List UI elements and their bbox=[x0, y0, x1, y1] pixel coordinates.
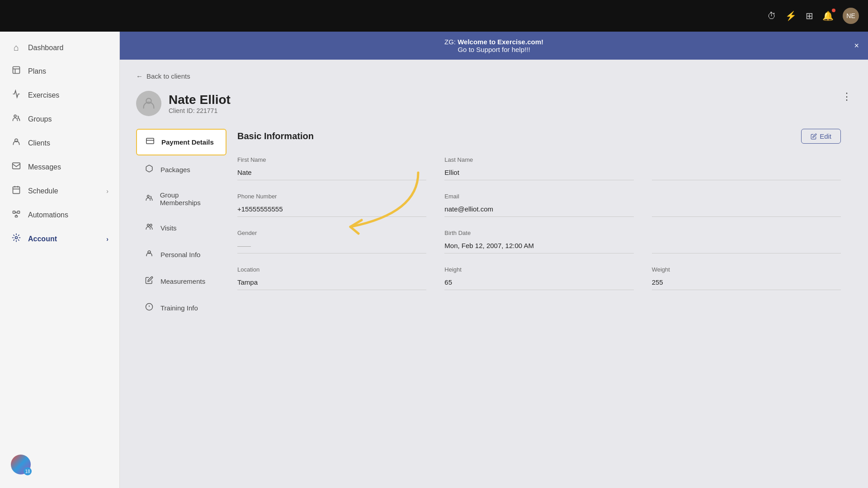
edit-button[interactable]: Edit bbox=[801, 129, 841, 144]
svg-rect-10 bbox=[13, 211, 15, 213]
empty-field-2 bbox=[652, 193, 841, 217]
nav-item-packages[interactable]: Packages bbox=[136, 157, 226, 182]
announcement-banner: ZG: Welcome to Exercise.com! Go to Suppo… bbox=[120, 32, 868, 60]
birth-date-label: Birth Date bbox=[444, 230, 633, 236]
notification-badge bbox=[832, 9, 835, 12]
edit-label: Edit bbox=[820, 132, 831, 140]
banner-secondary: Go to Support for help!!! bbox=[458, 46, 530, 53]
top-bar: ⏱ ⚡ ⊞ 🔔 NE bbox=[0, 0, 868, 32]
first-name-value: Nate bbox=[237, 166, 426, 180]
sidebar-item-plans[interactable]: Plans bbox=[0, 59, 119, 83]
last-name-label: Last Name bbox=[444, 156, 633, 163]
sidebar-item-dashboard[interactable]: ⌂ Dashboard bbox=[0, 36, 119, 59]
more-options-button[interactable]: ⋮ bbox=[842, 91, 852, 103]
right-panel: Basic Information Edit First Name Nate bbox=[226, 129, 852, 322]
schedule-chevron: › bbox=[106, 188, 108, 195]
gender-value: —— bbox=[237, 239, 426, 253]
account-chevron: › bbox=[106, 235, 108, 243]
sidebar-bottom: 18 bbox=[0, 446, 119, 483]
last-name-value: Elliot bbox=[444, 166, 633, 180]
sidebar-item-groups[interactable]: Groups bbox=[0, 107, 119, 131]
grid-icon[interactable]: ⊞ bbox=[806, 10, 813, 21]
exercises-icon bbox=[11, 89, 22, 101]
gender-label: Gender bbox=[237, 230, 426, 236]
banner-close-button[interactable]: × bbox=[854, 41, 859, 51]
client-name: Nate Elliot bbox=[169, 93, 231, 107]
clock-icon[interactable]: ⏱ bbox=[767, 11, 776, 21]
schedule-icon bbox=[11, 185, 22, 197]
svg-point-19 bbox=[147, 224, 150, 226]
weight-value: 255 bbox=[652, 276, 841, 290]
client-nav: Payment Details Packages Group Membershi… bbox=[136, 129, 226, 322]
email-value: nate@elliot.com bbox=[444, 202, 633, 217]
svg-point-3 bbox=[14, 115, 16, 117]
weight-label: Weight bbox=[652, 266, 841, 273]
phone-value: +15555555555 bbox=[237, 202, 426, 217]
two-col-layout: Payment Details Packages Group Membershi… bbox=[136, 129, 852, 322]
form-grid: First Name Nate Last Name Elliot bbox=[237, 156, 841, 290]
section-title: Basic Information bbox=[237, 131, 314, 141]
packages-icon bbox=[145, 164, 155, 175]
svg-rect-13 bbox=[15, 216, 18, 217]
svg-rect-6 bbox=[13, 187, 20, 193]
badge-count: 18 bbox=[24, 467, 32, 475]
page-content: ← Back to clients Nate Elliot Client ID:… bbox=[120, 60, 868, 488]
banner-main: Welcome to Exercise.com! bbox=[458, 38, 543, 46]
gender-field: Gender —— bbox=[237, 230, 426, 253]
svg-point-18 bbox=[147, 195, 150, 197]
height-field: Height 65 bbox=[444, 266, 633, 290]
sidebar-item-account[interactable]: Account › bbox=[0, 227, 119, 251]
svg-point-14 bbox=[15, 237, 18, 239]
home-icon: ⌂ bbox=[11, 42, 22, 53]
nav-item-training-info[interactable]: Training Info bbox=[136, 296, 226, 320]
banner-prefix: ZG: bbox=[444, 38, 456, 46]
bolt-icon[interactable]: ⚡ bbox=[785, 10, 797, 21]
first-name-label: First Name bbox=[237, 156, 426, 163]
content-area: ZG: Welcome to Exercise.com! Go to Suppo… bbox=[120, 32, 868, 488]
birth-date-field: Birth Date Mon, Feb 12, 2007, 12:00 AM bbox=[444, 230, 633, 253]
main-layout: ⌂ Dashboard Plans Exercises Groups Cli bbox=[0, 32, 868, 488]
nav-item-measurements[interactable]: Measurements bbox=[136, 269, 226, 294]
email-label: Email bbox=[444, 193, 633, 200]
groups-icon bbox=[11, 113, 22, 125]
nav-item-personal-info[interactable]: Personal Info bbox=[136, 242, 226, 267]
bell-icon[interactable]: 🔔 bbox=[822, 10, 834, 21]
training-info-icon bbox=[145, 303, 155, 313]
sidebar-item-schedule[interactable]: Schedule › bbox=[0, 179, 119, 203]
messages-icon bbox=[11, 161, 22, 173]
nav-item-visits[interactable]: Visits bbox=[136, 216, 226, 240]
nav-item-group-memberships[interactable]: Group Memberships bbox=[136, 184, 226, 214]
app-logo-container: 18 bbox=[11, 455, 31, 474]
height-label: Height bbox=[444, 266, 633, 273]
group-memberships-icon bbox=[145, 194, 155, 204]
client-id: Client ID: 221771 bbox=[169, 107, 231, 114]
avatar[interactable]: NE bbox=[843, 8, 859, 24]
clients-icon bbox=[11, 137, 22, 149]
first-name-field: First Name Nate bbox=[237, 156, 426, 180]
height-value: 65 bbox=[444, 276, 633, 290]
plans-icon bbox=[11, 66, 22, 77]
svg-point-20 bbox=[150, 224, 152, 226]
back-to-clients-link[interactable]: ← Back to clients bbox=[136, 72, 852, 80]
personal-info-icon bbox=[145, 249, 155, 260]
measurements-icon bbox=[145, 276, 155, 286]
phone-field: Phone Number +15555555555 bbox=[237, 193, 426, 217]
section-header: Basic Information Edit bbox=[237, 129, 841, 144]
sidebar-item-exercises[interactable]: Exercises bbox=[0, 83, 119, 107]
nav-item-payment-details[interactable]: Payment Details bbox=[136, 129, 226, 155]
account-icon bbox=[11, 233, 22, 244]
email-field: Email nate@elliot.com bbox=[444, 193, 633, 217]
location-label: Location bbox=[237, 266, 426, 273]
client-info: Nate Elliot Client ID: 221771 bbox=[169, 93, 231, 114]
sidebar-item-messages[interactable]: Messages bbox=[0, 155, 119, 179]
empty-field-1 bbox=[652, 156, 841, 180]
client-header: Nate Elliot Client ID: 221771 ⋮ bbox=[136, 91, 852, 116]
sidebar-item-automations[interactable]: Automations bbox=[0, 203, 119, 227]
location-field: Location Tampa bbox=[237, 266, 426, 290]
automations-icon bbox=[11, 209, 22, 221]
weight-field: Weight 255 bbox=[652, 266, 841, 290]
payment-details-icon bbox=[146, 137, 156, 147]
location-value: Tampa bbox=[237, 276, 426, 290]
sidebar-item-clients[interactable]: Clients bbox=[0, 131, 119, 155]
empty-field-3 bbox=[652, 230, 841, 253]
